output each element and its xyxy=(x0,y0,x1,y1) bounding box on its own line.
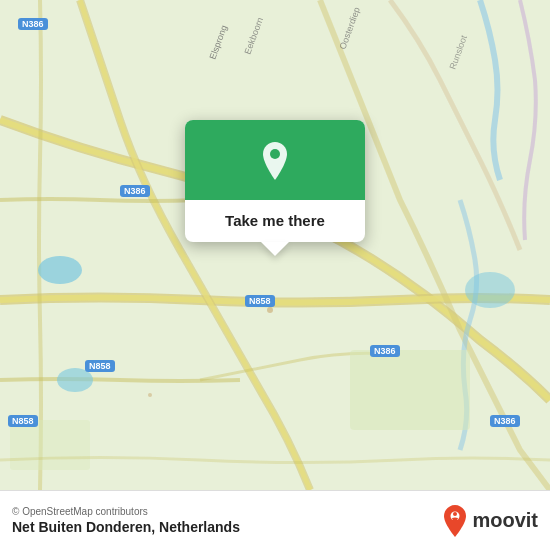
road-label-n386-mid: N386 xyxy=(120,185,150,197)
popup-header xyxy=(185,120,365,200)
svg-point-6 xyxy=(267,307,273,313)
road-label-n858-left: N858 xyxy=(85,360,115,372)
road-label-n386-top-left: N386 xyxy=(18,18,48,30)
svg-point-14 xyxy=(453,512,457,516)
svg-point-12 xyxy=(270,149,280,159)
location-popup: Take me there xyxy=(185,120,365,242)
road-label-n858-far-left: N858 xyxy=(8,415,38,427)
road-label-n386-bottom-right: N386 xyxy=(370,345,400,357)
svg-point-1 xyxy=(38,256,82,284)
popup-body: Take me there xyxy=(185,200,365,242)
svg-rect-4 xyxy=(350,350,470,430)
copyright-text: © OpenStreetMap contributors xyxy=(12,506,240,517)
road-label-n858-mid: N858 xyxy=(245,295,275,307)
footer-left: © OpenStreetMap contributors Net Buiten … xyxy=(12,506,240,535)
take-me-there-button[interactable]: Take me there xyxy=(201,212,349,229)
map-container: Elsprong Eekboorn Oosterdiep Runsloot N3… xyxy=(0,0,550,490)
location-pin-icon xyxy=(257,140,293,184)
moovit-text: moovit xyxy=(472,509,538,532)
moovit-pin-icon xyxy=(442,504,468,538)
svg-point-3 xyxy=(465,272,515,308)
svg-point-7 xyxy=(148,393,152,397)
moovit-logo: moovit xyxy=(442,504,538,538)
svg-rect-5 xyxy=(10,420,90,470)
road-label-n386-far-right: N386 xyxy=(490,415,520,427)
footer: © OpenStreetMap contributors Net Buiten … xyxy=(0,490,550,550)
location-name: Net Buiten Donderen, Netherlands xyxy=(12,519,240,535)
